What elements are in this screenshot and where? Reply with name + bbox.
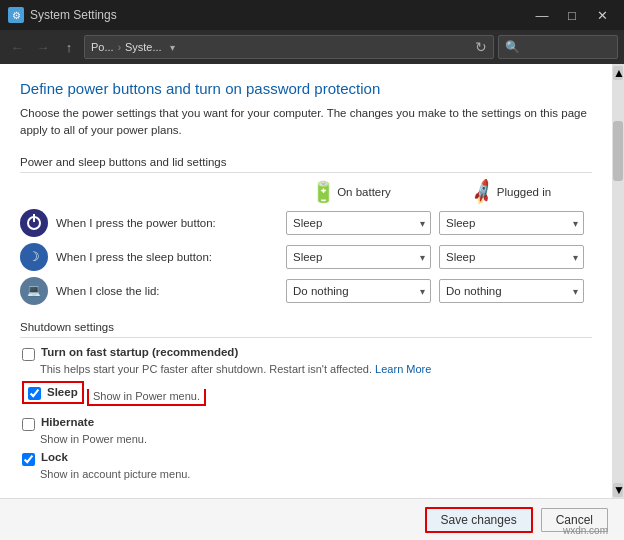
fast-startup-item: Turn on fast startup (recommended) (22, 346, 592, 361)
breadcrumb-syste: Syste... (125, 41, 162, 53)
lid-battery-select-wrapper: Do nothing Sleep Hibernate Shut down (286, 279, 431, 303)
address-dropdown-icon[interactable]: ▾ (170, 42, 175, 53)
hibernate-item: Hibernate (22, 416, 592, 431)
breadcrumb-chevron: › (118, 42, 121, 53)
power-table: 🔋 On battery 🚀 Plugged in (20, 181, 592, 305)
scroll-down-arrow[interactable]: ▼ (613, 483, 623, 497)
sleep-label[interactable]: Sleep (47, 386, 78, 398)
nav-bar: ← → ↑ Po... › Syste... ▾ ↻ 🔍 (0, 30, 624, 64)
watermark: wxdn.com (563, 525, 608, 536)
sleep-group: Sleep Show in Power menu. (20, 381, 592, 412)
search-icon: 🔍 (505, 40, 520, 54)
scrollbar-thumb[interactable] (613, 121, 623, 181)
lock-item: Lock (22, 451, 592, 466)
back-button[interactable]: ← (6, 36, 28, 58)
battery-column-header: 🔋 On battery (272, 181, 432, 203)
power-button-icon (20, 209, 48, 237)
content-area: Define power buttons and turn on passwor… (0, 64, 624, 498)
hibernate-group: Hibernate Show in Power menu. (20, 416, 592, 445)
hibernate-sub: Show in Power menu. (40, 433, 592, 445)
page-title: Define power buttons and turn on passwor… (20, 80, 592, 97)
app-icon: ⚙ (8, 7, 24, 23)
battery-icon: 🔋 (313, 181, 333, 203)
maximize-button[interactable]: □ (558, 5, 586, 25)
refresh-button[interactable]: ↻ (475, 39, 487, 55)
scrollbar[interactable]: ▲ ▼ (612, 64, 624, 498)
sleep-sub: Show in Power menu. (87, 389, 206, 406)
sleep-button-icon: ☽ (20, 243, 48, 271)
power-battery-select-wrapper: Do nothing Sleep Hibernate Shut down Tur… (286, 211, 431, 235)
lock-label[interactable]: Lock (41, 451, 68, 463)
learn-more-link[interactable]: Learn More (375, 363, 431, 375)
column-headers: 🔋 On battery 🚀 Plugged in (20, 181, 592, 203)
lock-sub: Show in account picture menu. (40, 468, 592, 480)
main-content: Define power buttons and turn on passwor… (0, 64, 612, 498)
search-box[interactable]: 🔍 (498, 35, 618, 59)
save-changes-button[interactable]: Save changes (425, 507, 533, 533)
lock-checkbox[interactable] (22, 453, 35, 466)
power-battery-select[interactable]: Do nothing Sleep Hibernate Shut down Tur… (286, 211, 431, 235)
shutdown-section-header: Shutdown settings (20, 321, 592, 338)
sleep-checkbox[interactable] (28, 387, 41, 400)
fast-startup-label[interactable]: Turn on fast startup (recommended) (41, 346, 238, 358)
window-controls: — □ ✕ (528, 5, 616, 25)
lid-plugged-select[interactable]: Do nothing Sleep Hibernate Shut down (439, 279, 584, 303)
title-bar: ⚙ System Settings — □ ✕ (0, 0, 624, 30)
lid-row: 💻 When I close the lid: Do nothing Sleep… (20, 277, 592, 305)
bottom-bar: Save changes Cancel (0, 498, 624, 540)
lid-plugged-select-wrapper: Do nothing Sleep Hibernate Shut down (439, 279, 584, 303)
sleep-button-label: When I press the sleep button: (56, 251, 286, 263)
power-plugged-select[interactable]: Do nothing Sleep Hibernate Shut down Tur… (439, 211, 584, 235)
sleep-plugged-select-wrapper: Do nothing Sleep Hibernate Shut down (439, 245, 584, 269)
power-button-label: When I press the power button: (56, 217, 286, 229)
lid-icon: 💻 (20, 277, 48, 305)
power-plugged-select-wrapper: Do nothing Sleep Hibernate Shut down Tur… (439, 211, 584, 235)
section-power-header: Power and sleep buttons and lid settings (20, 156, 592, 173)
hibernate-label[interactable]: Hibernate (41, 416, 94, 428)
close-button[interactable]: ✕ (588, 5, 616, 25)
main-window: ⚙ System Settings — □ ✕ ← → ↑ Po... › Sy… (0, 0, 624, 540)
up-button[interactable]: ↑ (58, 36, 80, 58)
lock-group: Lock Show in account picture menu. (20, 451, 592, 480)
fast-startup-sub: This helps start your PC faster after sh… (40, 363, 592, 375)
fast-startup-checkbox[interactable] (22, 348, 35, 361)
forward-button[interactable]: → (32, 36, 54, 58)
hibernate-checkbox[interactable] (22, 418, 35, 431)
page-description: Choose the power settings that you want … (20, 105, 592, 140)
power-button-row: When I press the power button: Do nothin… (20, 209, 592, 237)
plug-icon: 🚀 (473, 181, 493, 203)
sleep-item: Sleep (22, 381, 84, 404)
scroll-up-arrow[interactable]: ▲ (613, 66, 623, 80)
address-bar[interactable]: Po... › Syste... ▾ ↻ (84, 35, 494, 59)
lid-label: When I close the lid: (56, 285, 286, 297)
sleep-battery-select-wrapper: Do nothing Sleep Hibernate Shut down (286, 245, 431, 269)
sleep-battery-select[interactable]: Do nothing Sleep Hibernate Shut down (286, 245, 431, 269)
window-title: System Settings (30, 8, 528, 22)
lid-battery-select[interactable]: Do nothing Sleep Hibernate Shut down (286, 279, 431, 303)
breadcrumb-po: Po... (91, 41, 114, 53)
minimize-button[interactable]: — (528, 5, 556, 25)
plugged-column-header: 🚀 Plugged in (432, 181, 592, 203)
sleep-button-row: ☽ When I press the sleep button: Do noth… (20, 243, 592, 271)
sleep-plugged-select[interactable]: Do nothing Sleep Hibernate Shut down (439, 245, 584, 269)
